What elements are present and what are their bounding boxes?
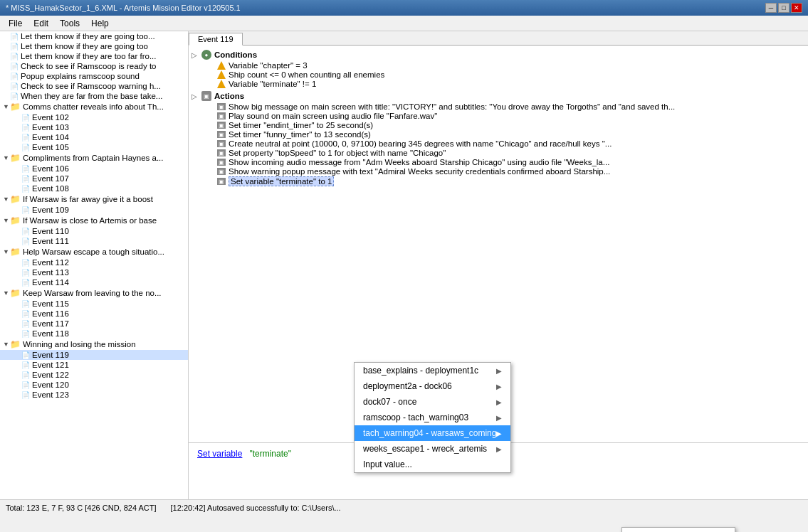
tree-item[interactable]: 📄Check to see if Ramscoop is ready to (0, 61, 188, 71)
doc-icon: 📄 (21, 269, 30, 277)
condition-3-text: Variable "terminate" != 1 (229, 80, 316, 88)
doc-icon: 📄 (21, 238, 30, 245)
dropdown-item[interactable]: weeks_escape1 - wreck_artemis ▶ (355, 441, 510, 457)
submenu-arrow-icon: ▶ (496, 383, 502, 390)
tree-item-label: Event 123 (32, 390, 69, 399)
tree-item[interactable]: 📄Let them know if they are going too... (0, 31, 188, 41)
set-variable-link[interactable]: Set variable (197, 449, 242, 459)
dropdown-item[interactable]: tach_warning04 - warsaws_coming ▶ (355, 425, 510, 441)
tree-item[interactable]: 📄Event 115 (0, 299, 188, 309)
tree-item[interactable]: ▼📁Help Warsaw escape a tough situatio... (0, 246, 188, 257)
menu-help[interactable]: Help (85, 17, 115, 30)
sub-dropdown-menu: tach_warning04tach_warning05tach_warning… (621, 527, 735, 532)
tree-item[interactable]: 📄Event 116 (0, 309, 188, 319)
tree-item[interactable]: 📄Event 107 (0, 174, 188, 183)
tree-item-label: Event 116 (32, 309, 69, 318)
tree-item[interactable]: 📄Event 113 (0, 267, 188, 277)
tree-item-label: Let them know if they are going too (21, 42, 148, 50)
doc-icon: 📄 (21, 175, 30, 183)
action-icon: ▣ (217, 112, 226, 119)
folder-icon: 📁 (10, 194, 21, 204)
submenu-arrow-icon: ▶ (496, 414, 502, 422)
expand-icon: ▼ (3, 248, 10, 255)
maximize-button[interactable]: □ (778, 3, 789, 13)
tree-item[interactable]: ▼📁If Warsaw is close to Artemis or base (0, 215, 188, 226)
tree-item[interactable]: 📄Check to see if Ramscoop warning h... (0, 81, 188, 91)
cond-triangle-icon-3 (217, 80, 226, 88)
action-icon: ▣ (217, 103, 226, 110)
menu-bar: File Edit Tools Help (0, 16, 808, 31)
action-text: Set variable "terminate" to 1 (229, 176, 334, 186)
tree-item[interactable]: 📄Event 118 (0, 329, 188, 339)
tree-item[interactable]: 📄Let them know if they are going too (0, 41, 188, 51)
doc-icon: 📄 (21, 165, 30, 173)
title-bar-text: * MISS_HamakSector_1_6.XML - Artemis Mis… (6, 4, 241, 12)
tree-item[interactable]: 📄Event 111 (0, 236, 188, 246)
tree-item[interactable]: 📄Event 110 (0, 226, 188, 236)
doc-icon: 📄 (21, 144, 30, 151)
dropdown-item[interactable]: dock07 - once ▶ (355, 394, 510, 410)
action-item[interactable]: ▣ Create neutral at point (10000, 0, 971… (191, 139, 805, 148)
doc-icon: 📄 (10, 53, 19, 60)
tree-item[interactable]: 📄Event 117 (0, 319, 188, 329)
menu-tools[interactable]: Tools (54, 17, 85, 30)
tree-item-label: Event 111 (32, 237, 69, 245)
close-button[interactable]: ✕ (791, 3, 802, 13)
tree-item-label: Event 108 (32, 184, 69, 193)
dropdown-item[interactable]: Input value... (355, 457, 510, 472)
dropdown-item-label: tach_warning04 - warsaws_coming (363, 428, 496, 438)
tree-item[interactable]: 📄Event 114 (0, 277, 188, 287)
action-item[interactable]: ▣ Set property "topSpeed" to 1 for objec… (191, 149, 805, 157)
action-item[interactable]: ▣ Show warning popup message with text "… (191, 167, 805, 176)
tree-item[interactable]: ▼📁Keep Warsaw from leaving to the no... (0, 287, 188, 299)
tree-item[interactable]: ▼📁Compliments from Captain Haynes a... (0, 152, 188, 164)
tree-item[interactable]: 📄Event 112 (0, 257, 188, 267)
folder-icon: 📁 (10, 102, 21, 112)
tree-item[interactable]: ▼📁Winning and losing the mission (0, 339, 188, 350)
action-item[interactable]: ▣ Set timer "funny_timer" to 13 second(s… (191, 130, 805, 139)
minimize-button[interactable]: ─ (765, 3, 777, 13)
action-item[interactable]: ▣ Show incoming audio message from "Adm … (191, 158, 805, 166)
action-icon: ▣ (217, 140, 226, 147)
tree-item[interactable]: 📄Event 104 (0, 132, 188, 142)
cond-triangle-icon-2 (217, 70, 226, 79)
tree-item[interactable]: 📄Event 106 (0, 164, 188, 174)
doc-icon: 📄 (21, 185, 30, 193)
tree-item[interactable]: 📄Event 119 (0, 350, 188, 360)
event-119-tab[interactable]: Event 119 (189, 33, 243, 46)
condition-1: Variable "chapter" = 3 (191, 61, 805, 70)
dropdown-item[interactable]: base_explains - deployment1c ▶ (355, 363, 510, 378)
menu-file[interactable]: File (3, 17, 28, 30)
action-item[interactable]: ▣ Set variable "terminate" to 1 (191, 176, 805, 186)
doc-icon: 📄 (10, 92, 19, 100)
tree-item[interactable]: ▼📁If Warsaw is far away give it a boost (0, 193, 188, 205)
dropdown-item[interactable]: deployment2a - dock06 ▶ (355, 378, 510, 394)
actions-section-header: ▷ ▣ Actions (191, 91, 805, 101)
tree-item[interactable]: 📄When they are far from the base take... (0, 91, 188, 101)
subdropdown-item[interactable]: tach_warning04 (622, 528, 735, 532)
action-item[interactable]: ▣ Play sound on main screen using audio … (191, 112, 805, 120)
event-tree[interactable]: 📄Let them know if they are going too...📄… (0, 31, 188, 499)
doc-icon: 📄 (21, 279, 30, 287)
tree-item[interactable]: 📄Event 109 (0, 205, 188, 215)
action-item[interactable]: ▣ Set timer "endint_timer" to 25 second(… (191, 121, 805, 129)
tree-item[interactable]: 📄Event 105 (0, 142, 188, 152)
dropdown-item-label: dock07 - once (363, 397, 416, 407)
condition-2-text: Ship count <= 0 when counting all enemie… (229, 70, 384, 79)
action-item[interactable]: ▣ Show big message on main screen with t… (191, 102, 805, 111)
menu-edit[interactable]: Edit (28, 17, 54, 30)
tree-item[interactable]: 📄Popup explains ramscoop sound (0, 71, 188, 81)
tree-item[interactable]: 📄Event 123 (0, 390, 188, 400)
tree-item[interactable]: 📄Event 121 (0, 360, 188, 370)
tree-item[interactable]: 📄Event 102 (0, 112, 188, 122)
tree-item-label: Event 106 (32, 164, 69, 173)
tree-item[interactable]: ▼📁Comms chatter reveals info about Th... (0, 101, 188, 112)
tree-item[interactable]: 📄Event 122 (0, 370, 188, 380)
folder-icon: 📁 (10, 153, 21, 163)
tree-item[interactable]: 📄Event 120 (0, 380, 188, 390)
tree-item[interactable]: 📄Event 103 (0, 122, 188, 132)
tree-item[interactable]: 📄Let them know if they are too far fro..… (0, 51, 188, 61)
dropdown-item[interactable]: ramscoop - tach_warning03 ▶ (355, 410, 510, 425)
submenu-arrow-icon: ▶ (496, 430, 502, 437)
tree-item[interactable]: 📄Event 108 (0, 183, 188, 193)
